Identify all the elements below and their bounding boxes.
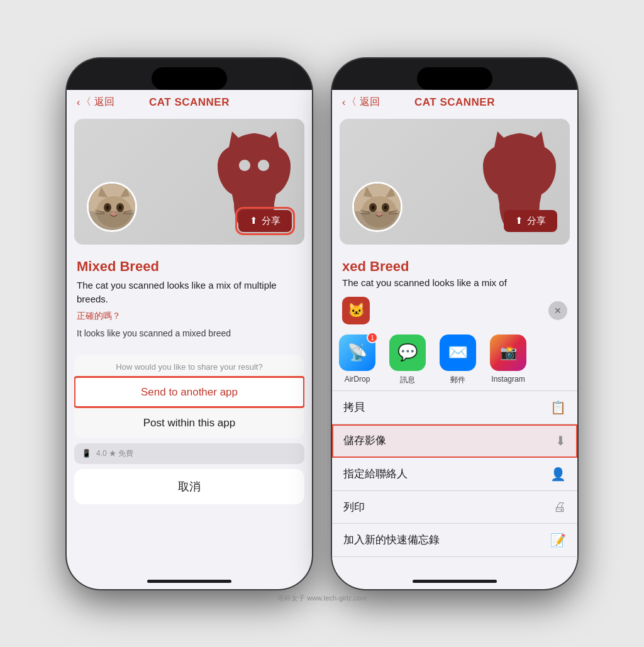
cat-card-1: ⬆ 分享 <box>74 119 304 245</box>
nav-title-scanner-2: SCANNER <box>436 96 495 108</box>
svg-point-6 <box>111 212 116 216</box>
share-options-box: How would you like to share your result?… <box>74 355 304 438</box>
share-options-title: How would you like to share your result? <box>74 355 304 377</box>
share-close-button[interactable]: ✕ <box>548 301 567 320</box>
add-note-icon: 📝 <box>550 533 566 548</box>
svg-point-16 <box>384 206 387 209</box>
cat-photo-1 <box>89 184 135 230</box>
send-to-app-button[interactable]: Send to another app <box>74 377 304 407</box>
breed-sub-1: It looks like you scanned a mixed breed <box>77 328 302 338</box>
share-action-print[interactable]: 列印 🖨 <box>332 491 577 524</box>
cat-scanner-app-icon: 🐱 <box>342 297 370 324</box>
ad-banner-1: 📱 4.0 ★ 免費 <box>74 443 304 464</box>
home-indicator-1 <box>147 580 231 583</box>
share-sheet: 🐱 ✕ 📡 1 AirDrop <box>332 289 577 576</box>
airdrop-icon: 📡 1 <box>339 335 375 371</box>
share-app-instagram[interactable]: 📸 Instagram <box>483 335 533 385</box>
instagram-icon: 📸 <box>490 335 526 371</box>
share-action-save-image[interactable]: 儲存影像 ⬇ <box>332 424 577 458</box>
share-app-mail[interactable]: ✉️ 郵件 <box>433 335 483 385</box>
nav-title-scanner: SCANNER <box>171 96 230 108</box>
back-button-2[interactable]: ‹ 〈 返回 <box>342 96 380 109</box>
phone-2: ‹ 〈 返回 CAT SCANNER <box>332 58 577 589</box>
share-action-add-note[interactable]: 加入新的快速備忘錄 📝 <box>332 524 577 557</box>
watermark: 塔科女子 www.tech-girlz.com <box>277 594 367 603</box>
nav-bar-2: ‹ 〈 返回 CAT SCANNER <box>332 90 577 114</box>
nav-title-cat-2: CAT <box>414 96 436 108</box>
dynamic-island-1 <box>152 67 227 90</box>
print-label: 列印 <box>343 500 365 514</box>
cat-photo-2 <box>354 184 401 230</box>
add-note-label: 加入新的快速備忘錄 <box>343 533 440 547</box>
cancel-button-1[interactable]: 取消 <box>74 469 304 504</box>
share-app-row: 📡 1 AirDrop 💬 訊息 <box>332 329 577 390</box>
share-action-assign-contact[interactable]: 指定給聯絡人 👤 <box>332 458 577 491</box>
share-icon-2: ⬆ <box>515 215 523 226</box>
breed-section-2: xed Breed The cat you scanned looks like… <box>332 250 577 290</box>
messages-label: 訊息 <box>400 375 415 385</box>
dynamic-island-2 <box>417 67 492 90</box>
cat-scanner-icon-glyph: 🐱 <box>348 302 365 319</box>
messages-icon: 💬 <box>389 335 426 371</box>
back-label-1: 〈 返回 <box>81 96 114 109</box>
screen-1: ‹ 〈 返回 CAT SCANNER <box>67 90 312 589</box>
nav-title-cat: CAT <box>149 96 171 108</box>
cat-avatar-2 <box>352 182 402 232</box>
svg-point-5 <box>119 206 121 209</box>
mail-icon: ✉️ <box>440 335 476 371</box>
content-1: ⬆ 分享 Mixed Breed The cat you scanned loo… <box>67 114 312 576</box>
back-chevron-icon: ‹ <box>77 97 80 108</box>
messages-glyph: 💬 <box>397 343 418 362</box>
correct-link-1[interactable]: 正確的嗎？ <box>77 311 302 322</box>
phone-1: ‹ 〈 返回 CAT SCANNER <box>67 58 312 589</box>
svg-point-15 <box>372 206 374 209</box>
breed-desc-1: The cat you scanned looks like a mix of … <box>77 279 302 307</box>
print-icon: 🖨 <box>553 500 566 514</box>
airdrop-badge: 1 <box>367 332 378 343</box>
back-button-1[interactable]: ‹ 〈 返回 <box>77 96 114 109</box>
mail-label: 郵件 <box>450 375 465 385</box>
screen-2: ‹ 〈 返回 CAT SCANNER <box>332 90 577 589</box>
share-button-2[interactable]: ⬆ 分享 <box>504 210 557 232</box>
copy-label: 拷貝 <box>343 400 365 414</box>
post-within-app-button[interactable]: Post within this app <box>74 407 304 438</box>
assign-contact-label: 指定給聯絡人 <box>343 467 408 481</box>
home-indicator-2 <box>413 580 497 583</box>
cat-avatar-1 <box>87 182 137 232</box>
save-image-label: 儲存影像 <box>343 433 386 448</box>
instagram-glyph: 📸 <box>500 345 517 361</box>
share-button-1[interactable]: ⬆ 分享 <box>238 210 292 232</box>
share-btn-label-1: 分享 <box>262 215 280 227</box>
copy-icon: 📋 <box>550 400 566 415</box>
instagram-label: Instagram <box>491 375 525 384</box>
back-chevron-icon-2: ‹ <box>342 97 345 108</box>
airdrop-label: AirDrop <box>345 375 370 384</box>
breed-section-1: Mixed Breed The cat you scanned looks li… <box>67 250 312 350</box>
save-image-icon: ⬇ <box>555 433 566 448</box>
ad-text-1: 4.0 ★ 免費 <box>96 448 133 459</box>
breed-desc-partial: The cat you scanned looks like a mix of <box>342 277 567 288</box>
svg-point-4 <box>106 206 109 209</box>
share-app-airdrop[interactable]: 📡 1 AirDrop <box>332 335 382 385</box>
breed-name-partial: xed Breed <box>342 258 567 275</box>
share-app-messages[interactable]: 💬 訊息 <box>382 335 433 385</box>
content-2: ⬆ 分享 xed Breed The cat you scanned looks… <box>332 114 577 576</box>
nav-title-2: CAT SCANNER <box>414 96 495 109</box>
svg-point-1 <box>96 196 131 228</box>
airdrop-glyph: 📡 <box>347 343 367 362</box>
svg-point-17 <box>377 212 382 216</box>
mail-glyph: ✉️ <box>448 343 468 362</box>
ad-icon-1: 📱 <box>82 449 91 458</box>
share-action-copy[interactable]: 拷貝 📋 <box>332 391 577 424</box>
svg-point-12 <box>362 196 397 228</box>
cat-card-2: ⬆ 分享 <box>340 119 570 245</box>
share-btn-label-2: 分享 <box>527 215 546 227</box>
breed-name-1: Mixed Breed <box>77 258 302 275</box>
nav-title-1: CAT SCANNER <box>149 96 230 109</box>
share-icon-1: ⬆ <box>250 215 258 226</box>
nav-bar-1: ‹ 〈 返回 CAT SCANNER <box>67 90 312 114</box>
cancel-section-1: 取消 <box>74 469 304 504</box>
share-sheet-header: 🐱 ✕ <box>332 289 577 329</box>
assign-contact-icon: 👤 <box>550 467 566 482</box>
back-label-2: 〈 返回 <box>347 96 379 109</box>
